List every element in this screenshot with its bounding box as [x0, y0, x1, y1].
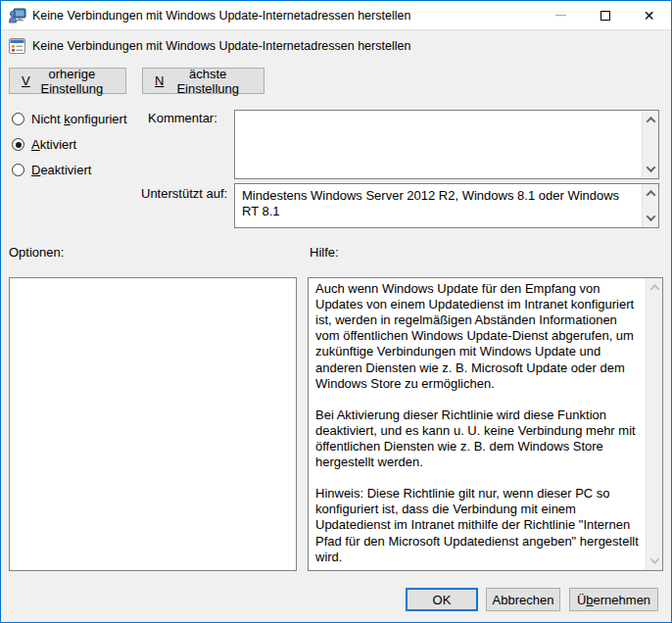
supported-on-label: Unterstützt auf: — [141, 186, 227, 201]
options-panel — [9, 277, 297, 571]
setting-nav: Vorherige Einstellung Nächste Einstellun… — [9, 68, 264, 94]
help-panel[interactable]: Auch wenn Windows Update für den Empfang… — [308, 277, 663, 571]
window-title: Keine Verbindungen mit Windows Update-In… — [32, 9, 410, 23]
maximize-button[interactable] — [583, 1, 627, 29]
cancel-button[interactable]: Abbrechen — [486, 588, 560, 611]
scroll-up-icon[interactable] — [646, 117, 655, 126]
maximize-icon — [600, 11, 610, 21]
radio-icon — [12, 138, 24, 151]
apply-button[interactable]: Übernehmen — [569, 588, 658, 611]
close-icon: ✕ — [644, 9, 655, 23]
policy-name: Keine Verbindungen mit Windows Update-In… — [32, 39, 410, 53]
ok-button[interactable]: OK — [406, 588, 478, 611]
policy-setting-dialog: Keine Verbindungen mit Windows Update-In… — [0, 0, 672, 623]
help-text: Auch wenn Windows Update für den Empfang… — [309, 278, 646, 570]
state-radio-group: Nicht konfiguriert Aktiviert Deaktiviert — [12, 111, 127, 178]
radio-disabled[interactable]: Deaktiviert — [12, 162, 127, 178]
supported-on-scrollbar[interactable] — [642, 184, 658, 227]
previous-setting-button[interactable]: Vorherige Einstellung — [9, 68, 126, 94]
policy-header: Keine Verbindungen mit Windows Update-In… — [1, 30, 671, 61]
supported-on-value: Mindestens Windows Server 2012 R2, Windo… — [235, 184, 658, 220]
supported-on-field: Mindestens Windows Server 2012 R2, Windo… — [234, 183, 659, 228]
next-setting-button[interactable]: Nächste Einstellung — [142, 68, 264, 94]
titlebar: Keine Verbindungen mit Windows Update-In… — [1, 1, 671, 30]
policy-setting-icon — [9, 38, 25, 54]
scroll-down-icon[interactable] — [646, 163, 655, 172]
comment-field — [234, 110, 659, 179]
scroll-down-icon[interactable] — [646, 212, 655, 221]
scroll-down-icon[interactable] — [649, 554, 659, 564]
comment-scrollbar[interactable] — [642, 111, 658, 178]
group-policy-computer-icon — [9, 8, 26, 24]
minimize-button[interactable] — [539, 1, 583, 29]
help-scrollbar[interactable] — [646, 278, 662, 570]
help-paragraph: Hinweis: Diese Richtlinie gilt nur, wenn… — [315, 486, 640, 565]
help-paragraph: Bei Aktivierung dieser Richtlinie wird d… — [315, 407, 640, 470]
close-button[interactable]: ✕ — [627, 1, 671, 29]
radio-icon — [12, 164, 24, 176]
options-label: Optionen: — [9, 245, 64, 260]
radio-enabled[interactable]: Aktiviert — [12, 136, 127, 153]
scroll-up-icon[interactable] — [646, 190, 655, 200]
help-label: Hilfe: — [310, 245, 339, 260]
comment-input[interactable] — [235, 111, 658, 178]
comment-label: Kommentar: — [148, 111, 217, 125]
scroll-up-icon[interactable] — [649, 284, 659, 294]
window-controls: ✕ — [539, 1, 671, 29]
radio-icon — [12, 113, 24, 125]
minimize-icon — [555, 15, 566, 16]
help-paragraph: Auch wenn Windows Update für den Empfang… — [315, 281, 640, 392]
radio-not-configured[interactable]: Nicht konfiguriert — [12, 111, 127, 127]
